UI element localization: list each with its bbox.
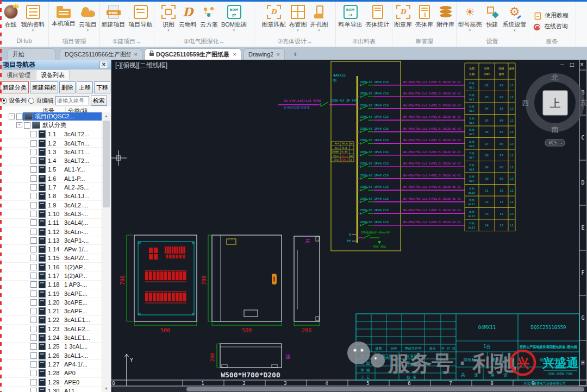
ribbon-item-folder-icon[interactable]: 本机项目 [51, 4, 77, 32]
device-row[interactable]: 1.83cAL1J... [0, 192, 102, 201]
row-checkbox[interactable] [30, 219, 37, 226]
row-checkbox[interactable] [30, 299, 37, 306]
box-number-input[interactable] [55, 96, 89, 105]
device-row[interactable]: 1.14APw-1/... [0, 245, 102, 254]
ribbon-item-highlight-icon[interactable]: 型号高亮▼ [457, 4, 483, 33]
row-checkbox[interactable] [30, 281, 37, 288]
row-checkbox[interactable] [30, 140, 37, 147]
device-row[interactable]: 1.161(2)AP... [0, 263, 102, 271]
row-checkbox[interactable] [30, 308, 37, 314]
row-checkbox[interactable] [30, 175, 37, 182]
ribbon-item-scan-icon[interactable]: 识图▼ [160, 4, 177, 33]
row-checkbox[interactable] [30, 184, 37, 191]
row-checkbox[interactable] [16, 113, 23, 120]
expand-icon[interactable]: - [9, 113, 15, 119]
scroll-down-icon[interactable]: ▼ [102, 385, 110, 392]
ribbon-item-bom-sync-icon[interactable]: BOM批调▼ [220, 4, 248, 33]
tree-row[interactable]: -项目(DQSC2... [0, 112, 102, 121]
device-row[interactable]: 1.30AT1 [0, 387, 102, 392]
row-checkbox[interactable] [30, 388, 37, 392]
scroll-up-icon[interactable]: ▲ [102, 112, 110, 119]
device-row[interactable]: 1.133cAP1-... [0, 236, 102, 245]
navigator-scrollbar[interactable]: ▲ ▼ [102, 112, 111, 392]
row-checkbox[interactable] [30, 264, 37, 270]
ribbon-item-enclosure-lib-icon[interactable]: 壳体库 [414, 4, 434, 33]
device-row[interactable]: 1.153cAPZ/... [0, 254, 102, 263]
navigator-button-3[interactable]: 上移 [77, 81, 93, 93]
device-row[interactable]: 1.251 3cAL... [0, 343, 102, 351]
ribbon-item-cloud-icon[interactable]: 云项目▼ [78, 4, 98, 33]
device-row[interactable]: 1.23cALTn... [0, 139, 102, 148]
page-edit-radio[interactable] [28, 98, 34, 104]
device-row[interactable]: 1.27AP4-1/... [0, 360, 102, 369]
device-row[interactable]: 1.113cAL4(... [0, 219, 102, 227]
device-row[interactable]: 1.181 AP3-... [0, 281, 102, 289]
viewport-label[interactable]: [-][俯视][二维线框] [115, 61, 167, 70]
new-tab-button[interactable]: + [290, 49, 300, 59]
row-checkbox[interactable] [30, 290, 37, 297]
device-row[interactable]: 1.223cALE1... [0, 316, 102, 325]
expand-icon[interactable]: - [16, 122, 22, 128]
row-checkbox[interactable] [30, 202, 37, 208]
tree-row[interactable]: -默认分类 [0, 121, 102, 130]
tab-close-icon[interactable]: × [134, 51, 138, 58]
close-icon[interactable]: × [580, 60, 584, 69]
device-row[interactable]: 1.28AP0 [0, 369, 102, 378]
device-row[interactable]: 1.29APE0 [0, 378, 102, 387]
ribbon-item-drill-icon[interactable]: 开孔图▼ [309, 4, 329, 33]
minimize-icon[interactable]: – [560, 60, 564, 69]
scrollbar-thumb[interactable] [103, 121, 110, 207]
row-checkbox[interactable] [30, 370, 37, 376]
navigator-close-button[interactable]: × [99, 61, 108, 69]
device-row[interactable]: 1.171(2)AP... [0, 271, 102, 280]
device-row[interactable]: 1.33cALT1... [0, 148, 102, 156]
navigator-tab-1[interactable]: 设备列表 [36, 69, 70, 80]
restore-icon[interactable]: □ [570, 60, 574, 69]
device-row[interactable]: 1.213cAPE... [0, 307, 102, 316]
row-checkbox[interactable] [30, 379, 37, 385]
ribbon-item-avatar-icon[interactable]: 在线 [3, 4, 19, 33]
doc-tab-1[interactable]: DQSC25110566生产图纸1*× [60, 48, 142, 60]
device-row[interactable]: 1.5AL1-Y... [0, 166, 102, 174]
row-checkbox[interactable] [30, 255, 37, 261]
ribbon-item-consult-icon[interactable]: 在线咨询 [533, 21, 568, 32]
ribbon-item-enclosure-stat-icon[interactable]: 壳体统计 [365, 4, 391, 33]
row-checkbox[interactable] [30, 334, 37, 341]
row-checkbox[interactable] [30, 237, 37, 244]
device-list-radio[interactable] [1, 98, 7, 104]
navigator-button-4[interactable]: 下移 [94, 81, 110, 93]
device-row[interactable]: 1.93cAL2-... [0, 201, 102, 210]
row-checkbox[interactable] [30, 246, 37, 252]
row-checkbox[interactable] [30, 131, 37, 137]
row-checkbox[interactable] [30, 211, 37, 217]
ribbon-item-quick-build-icon[interactable]: 快建 [484, 4, 501, 33]
ribbon-item-stamp-match-icon[interactable]: 图章匹配 [261, 4, 287, 33]
search-button[interactable]: 检索 [91, 96, 107, 106]
ribbon-item-stamp-lib-icon[interactable]: 图章库 [393, 4, 413, 33]
ribbon-item-d-logo-icon[interactable]: 云物料 [178, 4, 198, 33]
device-row[interactable]: 1.6AL1-P... [0, 174, 102, 183]
doc-tab-3[interactable]: Drawing2*× [243, 48, 285, 60]
row-checkbox[interactable] [30, 157, 37, 164]
ribbon-item-layout-icon[interactable]: 布置图▼ [288, 4, 308, 33]
device-row[interactable]: 1.203cAPE... [0, 298, 102, 307]
device-row[interactable]: 1.263cAL1-... [0, 351, 102, 360]
ribbon-item-profile-card-icon[interactable]: 我的资料▼ [20, 4, 46, 33]
doc-tab-0[interactable]: 开始 [8, 48, 55, 60]
navigator-button-1[interactable]: 新建箱柜 [30, 81, 58, 93]
row-checkbox[interactable] [24, 122, 30, 129]
row-checkbox[interactable] [30, 149, 37, 155]
row-checkbox[interactable] [30, 229, 37, 235]
row-checkbox[interactable] [30, 193, 37, 199]
hscrollbar-thumb[interactable] [186, 387, 584, 391]
row-checkbox[interactable] [30, 343, 37, 350]
device-row[interactable]: 1.43cALT2... [0, 156, 102, 165]
device-row[interactable]: 1.7AL2-JS... [0, 183, 102, 192]
device-row[interactable]: 1.193cAPE... [0, 289, 102, 298]
tab-close-icon[interactable]: × [233, 51, 236, 58]
row-checkbox[interactable] [30, 273, 37, 279]
device-row[interactable]: 1.13cALT2... [0, 130, 102, 139]
ribbon-item-system-settings-icon[interactable]: 系统设置▼ [502, 4, 528, 33]
tab-close-icon[interactable]: × [277, 51, 280, 58]
device-row[interactable]: 1.103cAL3-... [0, 210, 102, 218]
